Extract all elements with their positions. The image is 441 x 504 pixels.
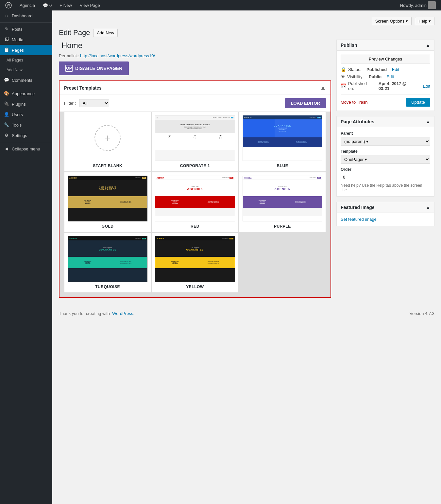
sidebar-label-plugins: Plugins [12,102,26,107]
order-input[interactable] [341,173,360,181]
sidebar-label-collapse: Collapse menu [12,147,40,151]
adminbar-howdy[interactable]: Howdy, admin [398,0,438,10]
howdy-text: Howdy, admin [400,3,427,8]
screen-options-label: Screen Options [375,19,405,24]
comments-count: 0 [49,3,52,8]
load-editor-button[interactable]: LOAD EDITOR [285,98,326,108]
preset-collapse-button[interactable]: ▲ [320,84,326,91]
sidebar-label-users: Users [12,112,23,117]
screen-options-chevron: ▾ [406,19,408,24]
permalink-url[interactable]: http://localhost/wordpress/wordpress10/ [80,53,155,58]
calendar-icon: 📅 [341,83,346,89]
adminbar-comments[interactable]: 💬 0 [41,0,54,10]
move-trash-link[interactable]: Move to Trash [341,100,367,105]
page-attributes-header: Page Attributes ▲ [337,116,434,127]
template-item-purple[interactable]: AGENCIA HOME ABOUT BTN Free to use AGENC… [239,172,326,232]
template-thumb-red: AGENCIA HOME ABOUT BTN Hello You AGENCIA [155,176,235,221]
page-attributes-body: Parent (no parent) ▾ Template OnePager ▾… [337,127,434,196]
template-item-turquoise[interactable]: AGENCIA HOME ABOUT BTN Full support GUAR… [64,233,151,293]
status-value: Published [366,67,387,72]
footer-version: Version 4.7.3 [410,311,434,316]
sidebar-item-media[interactable]: 🖼 Media [0,34,52,45]
permalink-label: Permalink: [59,53,79,58]
publish-date-row: 📅 Published on: Apr 4, 2017 @ 03:21 Edit [341,81,430,91]
template-thumb-yellow: AGENCIA HOME ABOUT BTN Full support GUAR… [155,236,235,282]
disable-onepager-button[interactable]: OP DISABLE ONEPAGER [59,61,129,75]
featured-image-title: Featured Image [341,205,374,210]
template-item-start-blank[interactable]: + START BLANK [64,112,151,172]
adminbar-site-name[interactable]: Agencia [18,0,37,10]
media-icon: 🖼 [4,37,9,42]
footer-thank-you: Thank you for creating with [59,311,110,316]
sidebar-item-settings[interactable]: ⚙ Settings [0,130,52,141]
template-select[interactable]: OnePager ▾ [341,155,430,164]
visibility-value: Public [369,74,382,79]
sidebar-item-plugins[interactable]: 🔌 Plugins [0,99,52,109]
published-edit-link[interactable]: Edit [423,84,430,89]
dashboard-icon: ⌂ [4,13,9,18]
page-attributes-panel: Page Attributes ▲ Parent (no parent) ▾ T… [336,116,434,197]
screen-options-button[interactable]: Screen Options ▾ [372,17,412,25]
sidebar: ⌂ Dashboard ✎ Posts 🖼 Media 📋 Pages All … [0,10,52,322]
filter-select[interactable]: All Corporate Creative [79,99,109,107]
site-name-label: Agencia [20,3,35,8]
template-item-blue[interactable]: AGENCIA HOME ABOUT BTN GUARANTEE [239,112,326,172]
menu-separator-1 [0,22,52,23]
template-thumb-purple: AGENCIA HOME ABOUT BTN Free to use AGENC… [243,176,322,221]
status-edit-link[interactable]: Edit [392,67,399,72]
page-title-area [59,40,331,51]
sidebar-item-pages[interactable]: 📋 Pages [0,45,52,55]
template-name-start-blank: START BLANK [93,164,122,168]
sidebar-item-dashboard[interactable]: ⌂ Dashboard [0,10,52,21]
preview-changes-button[interactable]: Preview Changes [341,55,430,63]
footer-wordpress-link[interactable]: WordPress [112,311,133,316]
svg-text:W: W [7,4,10,7]
sidebar-item-collapse[interactable]: ◀ Collapse menu [0,144,52,154]
update-button[interactable]: Update [406,98,430,107]
adminbar-new[interactable]: + New [58,0,74,10]
menu-separator-3 [0,142,52,142]
adminbar-right: Howdy, admin [398,0,438,10]
template-item-yellow[interactable]: AGENCIA HOME ABOUT BTN Full support GUAR… [151,233,238,293]
sidebar-item-posts[interactable]: ✎ Posts [0,24,52,34]
collapse-icon: ◀ [4,146,9,151]
template-name-purple: PURPLE [274,224,291,229]
load-editor-label: LOAD EDITOR [291,101,320,106]
parent-select[interactable]: (no parent) ▾ [341,137,430,146]
publish-actions: Move to Trash Update [341,94,430,107]
template-thumb-blue: AGENCIA HOME ABOUT BTN GUARANTEE [243,115,322,161]
template-item-corporate1[interactable]: ≡ HOME ABOUT SERVICES ▶ REVOLU [151,112,238,172]
parent-label: Parent [341,131,430,136]
template-item-red[interactable]: AGENCIA HOME ABOUT BTN Hello You AGENCIA [151,172,238,232]
sidebar-label-comments: Comments [12,78,32,83]
template-item-gold[interactable]: AGENCIA HOME ABOUT BTN Full supportGUARA… [64,172,151,232]
sidebar-item-users[interactable]: 👤 Users [0,109,52,120]
help-chevron: ▾ [429,19,431,24]
content-layout: Permalink: http://localhost/wordpress/wo… [59,40,434,298]
page-attributes-collapse-icon: ▲ [426,119,430,124]
help-button[interactable]: Help ▾ [415,17,434,25]
status-label: Status: [348,67,361,72]
edit-page-header: Edit Page Add New [59,28,434,37]
preview-changes-label: Preview Changes [369,57,402,61]
template-grid: + START BLANK ≡ HOME [59,112,331,297]
footer-left: Thank you for creating with WordPress. [59,311,134,316]
template-label: Template [341,149,430,154]
template-thumb-gold: AGENCIA HOME ABOUT BTN Full supportGUARA… [68,176,147,221]
sidebar-item-add-new-page[interactable]: Add New [0,65,52,75]
permalink-row: Permalink: http://localhost/wordpress/wo… [59,53,331,58]
sidebar-label-dashboard: Dashboard [12,13,33,18]
onepager-icon: OP [65,65,73,72]
set-featured-image-link[interactable]: Set featured image [341,217,377,222]
visibility-edit-link[interactable]: Edit [387,74,394,79]
sidebar-item-appearance[interactable]: 🎨 Appearance [0,88,52,99]
page-title-input[interactable] [59,40,268,51]
sidebar-item-comments[interactable]: 💬 Comments [0,75,52,85]
add-new-button[interactable]: Add New [93,29,118,37]
sidebar-item-tools[interactable]: 🔧 Tools [0,120,52,130]
adminbar-view-page[interactable]: View Page [78,0,102,10]
template-name-corporate1: CORPORATE 1 [180,164,210,168]
sidebar-item-all-pages[interactable]: All Pages [0,55,52,65]
preset-templates-panel: Preset Templates ▲ Filter : All Corporat… [59,80,331,298]
adminbar-wp-logo[interactable]: W [3,0,14,10]
